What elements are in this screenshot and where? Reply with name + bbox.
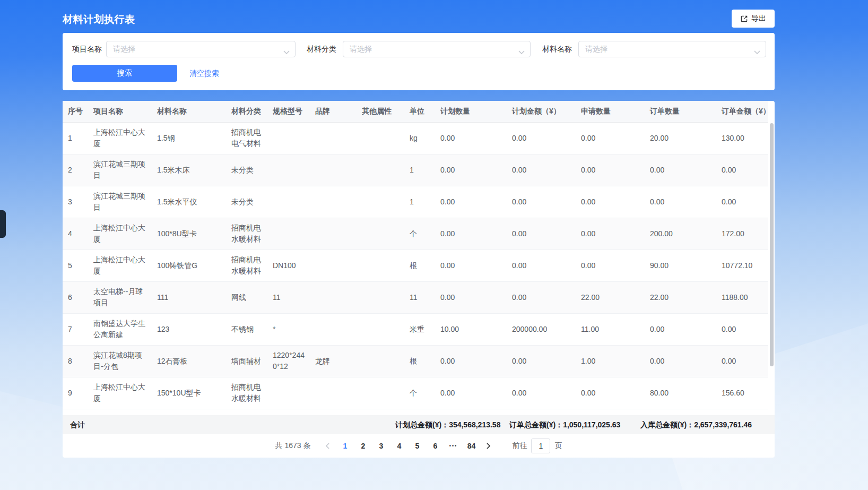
- table-cell: 1: [63, 122, 88, 154]
- table-cell: 0.00: [435, 122, 507, 154]
- table-cell: 0.00: [576, 377, 645, 409]
- table-cell: 0.00: [576, 186, 645, 218]
- table-cell: 0.00: [435, 281, 507, 313]
- table-cell: [267, 154, 310, 186]
- table-row: 2滨江花城三期项目1.5米木床未分类10.000.000.000.000.00: [63, 154, 768, 186]
- table-cell: DN100: [267, 250, 310, 281]
- table-cell: 11: [267, 281, 310, 313]
- page-number[interactable]: 5: [409, 438, 425, 454]
- table-cell: 滨江花城三期项目: [88, 186, 152, 218]
- table-cell: [357, 345, 404, 377]
- table-cell: 龙牌: [310, 345, 357, 377]
- table-cell: 1220*2440*12: [267, 345, 310, 377]
- column-header: 材料名称: [152, 101, 226, 122]
- page-number[interactable]: 84: [463, 438, 479, 454]
- chevron-down-icon: [518, 47, 525, 57]
- page-number-list: 123456•••84: [336, 438, 480, 454]
- table-cell: 0.00: [435, 218, 507, 250]
- table-cell: [310, 122, 357, 154]
- table-header: 序号项目名称材料名称材料分类规格型号品牌其他属性单位计划数量计划金额（¥）申请数…: [63, 101, 768, 122]
- filter-panel: 项目名称 请选择 材料分类 请选择 材料名称 请选择 搜索 清空搜索: [63, 33, 775, 90]
- table-cell: 8: [63, 345, 88, 377]
- project-name-label: 项目名称: [72, 41, 102, 57]
- table-cell: 2: [63, 154, 88, 186]
- prev-page-button[interactable]: [320, 438, 336, 454]
- table-cell: 0.00: [435, 250, 507, 281]
- table-cell: 0.00: [716, 154, 768, 186]
- table-cell: 上海松江中心大厦: [88, 250, 152, 281]
- material-name-select[interactable]: 请选择: [578, 41, 766, 57]
- table-cell: 0.00: [435, 377, 507, 409]
- page-number[interactable]: 2: [355, 438, 371, 454]
- table-cell: 7: [63, 313, 88, 345]
- table-cell: 123: [152, 313, 226, 345]
- next-page-button[interactable]: [480, 438, 496, 454]
- table-cell: 未分类: [226, 154, 267, 186]
- search-button[interactable]: 搜索: [72, 65, 177, 82]
- table-row: 6太空电梯--月球项目111网线11110.000.0022.0022.0011…: [63, 281, 768, 313]
- page-number[interactable]: 1: [337, 438, 353, 454]
- table-cell: 0.00: [507, 218, 576, 250]
- column-header: 订单数量: [645, 101, 716, 122]
- table-cell: 10.00: [435, 313, 507, 345]
- project-name-placeholder: 请选择: [113, 45, 135, 54]
- column-header: 计划金额（¥）: [507, 101, 576, 122]
- table-cell: 招商机电水暖材料: [226, 377, 267, 409]
- materials-table: 序号项目名称材料名称材料分类规格型号品牌其他属性单位计划数量计划金额（¥）申请数…: [63, 101, 768, 409]
- page-title: 材料计划执行表: [63, 13, 135, 27]
- table-cell: 111: [152, 281, 226, 313]
- table-cell: 不锈钢: [226, 313, 267, 345]
- table-cell: 156.60: [716, 377, 768, 409]
- page-ellipsis[interactable]: •••: [445, 438, 461, 454]
- table-cell: 11: [404, 281, 435, 313]
- table-cell: [267, 186, 310, 218]
- table-cell: [357, 154, 404, 186]
- pagination: 共 1673 条 123456•••84 前往 页: [63, 434, 775, 458]
- table-cell: [267, 122, 310, 154]
- table-row: 5上海松江中心大厦100铸铁管G招商机电水暖材料DN100根0.000.000.…: [63, 250, 768, 281]
- table-cell: 1.5米水平仪: [152, 186, 226, 218]
- table-cell: 根: [404, 345, 435, 377]
- page-number[interactable]: 4: [391, 438, 407, 454]
- table-cell: 0.00: [435, 186, 507, 218]
- table-cell: 太空电梯--月球项目: [88, 281, 152, 313]
- material-category-select[interactable]: 请选择: [343, 41, 531, 57]
- table-cell: [267, 377, 310, 409]
- table-cell: 滨江花城三期项目: [88, 154, 152, 186]
- table-row: 4上海松江中心大厦100*8U型卡招商机电水暖材料个0.000.000.0020…: [63, 218, 768, 250]
- table-cell: 11.00: [576, 313, 645, 345]
- table-cell: 172.00: [716, 218, 768, 250]
- table-cell: 0.00: [716, 345, 768, 377]
- table-cell: 0.00: [576, 218, 645, 250]
- table-cell: 200.00: [645, 218, 716, 250]
- table-cell: 10772.10: [716, 250, 768, 281]
- table-cell: 5: [63, 250, 88, 281]
- goto-page-input[interactable]: [531, 439, 550, 453]
- table-cell: 个: [404, 377, 435, 409]
- summary-total-label: 合计: [70, 415, 85, 434]
- material-category-placeholder: 请选择: [350, 45, 372, 54]
- export-button-label: 导出: [751, 14, 766, 23]
- table-cell: 0.00: [435, 154, 507, 186]
- export-icon: [740, 15, 748, 23]
- clear-search-link[interactable]: 清空搜索: [189, 65, 219, 82]
- table-cell: 6: [63, 281, 88, 313]
- vertical-scrollbar-thumb[interactable]: [770, 123, 774, 366]
- page-number[interactable]: 6: [427, 438, 443, 454]
- export-button[interactable]: 导出: [732, 10, 775, 28]
- table-cell: 0.00: [716, 186, 768, 218]
- sidebar-toggle-tab[interactable]: [0, 210, 6, 238]
- table-cell: [357, 186, 404, 218]
- table-cell: 1188.00: [716, 281, 768, 313]
- table-row: 1上海松江中心大厦1.5钢招商机电电气材料kg0.000.000.0020.00…: [63, 122, 768, 154]
- table-cell: 0.00: [507, 281, 576, 313]
- table-cell: 0.00: [507, 154, 576, 186]
- table-cell: 0.00: [576, 154, 645, 186]
- project-name-select[interactable]: 请选择: [106, 41, 296, 57]
- table-cell: 3: [63, 186, 88, 218]
- table-cell: 22.00: [645, 281, 716, 313]
- table-cell: 南钢盛达大学生公寓新建: [88, 313, 152, 345]
- summary-row: 合计 计划总金额(¥)：354,568,213.58 订单总金额(¥)：1,05…: [63, 415, 775, 434]
- page-number[interactable]: 3: [373, 438, 389, 454]
- page-background: 材料计划执行表 导出 项目名称 请选择 材料分类 请选择 材料名称: [0, 0, 868, 490]
